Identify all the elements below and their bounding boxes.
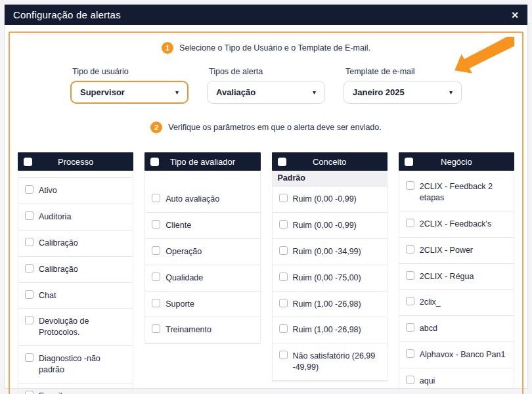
item-checkbox[interactable] [406,181,414,190]
filter-column: Processo Ativo Auditoria Calibração Cali… [18,152,133,394]
item-checkbox[interactable] [152,194,160,202]
item-checkbox[interactable] [406,376,414,384]
list-item[interactable]: 2CLIX - Power [399,238,514,264]
item-checkbox[interactable] [25,211,33,220]
filter-columns: Processo Ativo Auditoria Calibração Cali… [18,152,514,394]
item-label: Ruim (0,00 -75,00) [293,273,361,284]
select-all-checkbox[interactable] [405,158,413,166]
dropdown-select[interactable]: Janeiro 2025 ▾ [344,81,462,104]
item-checkbox[interactable] [406,323,414,332]
column-title: Tipo de avaliador [144,157,260,167]
item-label: Ruim (1,00 -26,98) [293,299,361,310]
select-all-checkbox[interactable] [150,158,159,166]
list-item[interactable]: Qualidade [145,265,259,292]
item-checkbox[interactable] [406,245,414,253]
item-label: Auto avaliação [166,194,219,205]
list-item[interactable]: Ruim (0,00 -34,99) [273,239,387,265]
select-all-checkbox[interactable] [24,158,32,166]
item-checkbox[interactable] [406,219,414,227]
step-2-text: Verifique os parâmetros em que o alerta … [168,123,382,132]
filter-column: Tipo de avaliador Auto avaliação Cliente… [144,152,260,394]
item-label: E-mail [39,391,62,394]
item-checkbox[interactable] [25,353,33,362]
list-item[interactable]: Cliente [145,213,259,239]
item-checkbox[interactable] [25,185,33,194]
item-checkbox[interactable] [279,246,288,255]
chevron-down-icon: ▾ [313,89,316,96]
list-item[interactable]: Ruim (0,00 -0,99) [273,213,387,239]
list-item[interactable]: 2clix_ [399,290,514,316]
list-item[interactable]: Diagnostico -não padrão [18,346,133,383]
item-checkbox[interactable] [279,351,288,359]
item-checkbox[interactable] [279,220,288,229]
close-icon[interactable]: ✕ [511,11,519,20]
item-checkbox[interactable] [279,194,288,202]
list-item[interactable]: Devolução de Protocolos. [18,309,133,346]
item-label: Devolução de Protocolos. [39,316,127,338]
dropdown-select[interactable]: Supervisor ▾ [70,81,188,104]
item-label: Não satisfatório (26,99 -49,99) [293,351,382,373]
item-label: Ruim (0,00 -0,99) [293,194,357,205]
list-item[interactable]: Não satisfatório (26,99 -49,99) [273,343,387,381]
item-checkbox[interactable] [25,264,33,273]
list-item[interactable]: Ruim (1,00 -26,98) [273,292,387,318]
list-item[interactable]: Ativo [18,177,133,204]
list-item[interactable]: Ruim (0,00 -0,99) [273,186,387,213]
item-label: Operação [166,246,202,257]
item-checkbox[interactable] [152,220,160,229]
item-checkbox[interactable] [25,316,33,324]
list-item[interactable]: Ruim (0,00 -75,00) [273,265,387,292]
item-checkbox[interactable] [25,238,33,246]
column-title: Conceito [272,157,388,167]
list-item[interactable]: 2CLIX - Régua [399,264,514,290]
list-item[interactable]: Alphavox - Banco Pan1 [399,342,514,368]
column-title: Negócio [399,157,514,167]
select-all-checkbox[interactable] [278,158,286,166]
dropdown-selected-value: Avaliação [216,87,255,97]
column-title: Processo [18,157,133,167]
item-label: 2CLIX - Régua [420,271,474,282]
item-checkbox[interactable] [406,349,414,358]
item-checkbox[interactable] [25,290,33,299]
list-item[interactable]: 2CLIX - Feedback's [399,211,514,238]
list-subheader: Padrão [273,171,387,186]
item-label: 2CLIX - Feedback's [420,219,491,230]
list-item[interactable]: Operação [145,239,259,265]
item-checkbox[interactable] [406,297,414,305]
item-checkbox[interactable] [279,273,288,281]
item-checkbox[interactable] [279,324,288,333]
list-item[interactable]: Suporte [145,292,259,318]
item-checkbox[interactable] [152,273,160,281]
modal-title: Configuração de alertas [13,9,121,20]
dropdown-select[interactable]: Avaliação ▾ [207,81,325,104]
item-checkbox[interactable] [279,299,288,307]
item-label: Treinamento [166,324,211,336]
item-label: Ruim (1,00 -26,98) [293,324,361,336]
list-item[interactable]: abcd [399,316,514,342]
column-header: Negócio [399,152,514,171]
list-item[interactable]: Auditoria [18,204,133,230]
item-label: Calibração [39,264,78,275]
dropdown-group: Tipo de usuário Supervisor ▾ [70,67,188,104]
item-checkbox[interactable] [406,271,414,280]
item-checkbox[interactable] [152,246,160,255]
pointer-arrow-icon [450,37,514,77]
list-item[interactable]: Auto avaliação [145,186,259,213]
list-item[interactable]: E-mail [18,383,133,394]
list-item[interactable]: Treinamento [145,317,259,343]
item-label: Cliente [166,220,191,231]
step-1-row: 1 Selecione o Tipo de Usuário e o Templa… [14,42,518,54]
filter-column: Negócio 2CLIX - Feedback 2 etapas 2CLIX … [399,152,514,394]
item-checkbox[interactable] [25,391,33,394]
item-checkbox[interactable] [152,299,160,307]
list-item[interactable]: 2CLIX - Feedback 2 etapas [399,174,514,211]
list-item[interactable]: Ruim (1,00 -26,98) [273,317,387,343]
item-label: Diagnostico -não padrão [39,353,127,376]
list-item[interactable]: Calibração [18,257,133,283]
item-checkbox[interactable] [152,324,160,333]
list-item[interactable]: Calibração [18,230,133,257]
list-item[interactable]: Chat [18,283,133,309]
list-item[interactable]: aqui [399,368,514,394]
item-label: Auditoria [39,211,71,223]
dropdown-selected-value: Janeiro 2025 [353,87,405,97]
